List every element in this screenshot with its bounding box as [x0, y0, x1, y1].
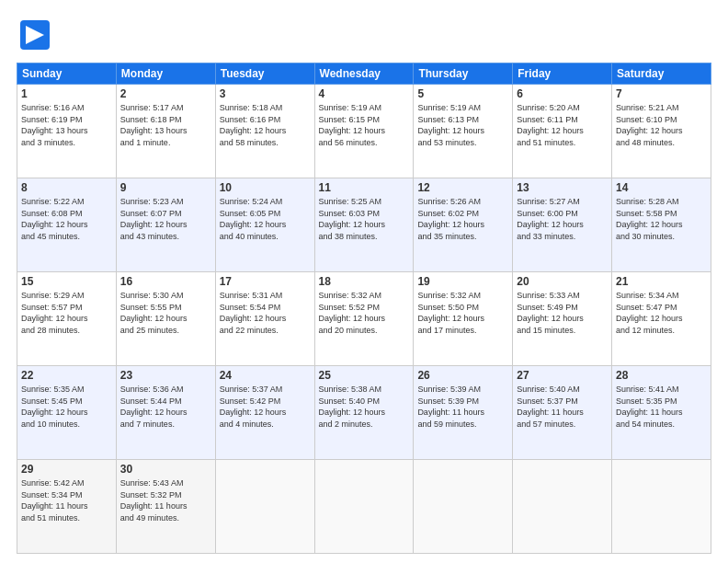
day-number: 1 — [21, 87, 112, 100]
week-row-5: 29Sunrise: 5:42 AM Sunset: 5:34 PM Dayli… — [17, 460, 711, 554]
day-info: Sunrise: 5:39 AM Sunset: 5:39 PM Dayligh… — [417, 384, 508, 430]
calendar-cell: 25Sunrise: 5:38 AM Sunset: 5:40 PM Dayli… — [314, 366, 414, 460]
day-info: Sunrise: 5:43 AM Sunset: 5:32 PM Dayligh… — [120, 477, 211, 523]
weekday-header-friday: Friday — [513, 63, 612, 85]
day-info: Sunrise: 5:27 AM Sunset: 6:00 PM Dayligh… — [517, 196, 608, 242]
calendar-cell: 29Sunrise: 5:42 AM Sunset: 5:34 PM Dayli… — [17, 460, 117, 554]
weekday-header-sunday: Sunday — [17, 63, 117, 85]
calendar-cell: 1Sunrise: 5:16 AM Sunset: 6:19 PM Daylig… — [17, 85, 117, 178]
day-number: 9 — [120, 181, 211, 194]
calendar-cell: 26Sunrise: 5:39 AM Sunset: 5:39 PM Dayli… — [414, 366, 513, 460]
weekday-header-wednesday: Wednesday — [314, 63, 414, 85]
weekday-header-thursday: Thursday — [414, 63, 513, 85]
day-number: 4 — [319, 87, 410, 100]
calendar-cell — [314, 460, 414, 554]
day-info: Sunrise: 5:21 AM Sunset: 6:10 PM Dayligh… — [616, 102, 707, 148]
day-info: Sunrise: 5:23 AM Sunset: 6:07 PM Dayligh… — [120, 196, 211, 242]
calendar-cell: 9Sunrise: 5:23 AM Sunset: 6:07 PM Daylig… — [116, 178, 215, 272]
calendar-cell — [513, 460, 612, 554]
day-number: 8 — [21, 181, 112, 194]
day-info: Sunrise: 5:16 AM Sunset: 6:19 PM Dayligh… — [21, 102, 112, 148]
calendar-cell — [612, 460, 711, 554]
calendar-table: SundayMondayTuesdayWednesdayThursdayFrid… — [17, 63, 711, 554]
calendar-cell: 4Sunrise: 5:19 AM Sunset: 6:15 PM Daylig… — [314, 85, 414, 178]
day-info: Sunrise: 5:19 AM Sunset: 6:15 PM Dayligh… — [319, 102, 410, 148]
calendar-cell: 24Sunrise: 5:37 AM Sunset: 5:42 PM Dayli… — [215, 366, 314, 460]
day-number: 26 — [417, 369, 508, 382]
logo — [17, 17, 57, 53]
logo-icon — [17, 17, 53, 53]
calendar-cell: 7Sunrise: 5:21 AM Sunset: 6:10 PM Daylig… — [612, 85, 711, 178]
day-info: Sunrise: 5:37 AM Sunset: 5:42 PM Dayligh… — [220, 384, 311, 430]
calendar-cell — [414, 460, 513, 554]
calendar-cell — [215, 460, 314, 554]
day-number: 22 — [21, 369, 112, 382]
day-number: 11 — [319, 181, 410, 194]
day-info: Sunrise: 5:28 AM Sunset: 5:58 PM Dayligh… — [616, 196, 707, 242]
weekday-header-saturday: Saturday — [612, 63, 711, 85]
calendar-cell: 14Sunrise: 5:28 AM Sunset: 5:58 PM Dayli… — [612, 178, 711, 272]
weekday-header-monday: Monday — [116, 63, 215, 85]
calendar-cell: 28Sunrise: 5:41 AM Sunset: 5:35 PM Dayli… — [612, 366, 711, 460]
day-number: 16 — [120, 275, 211, 288]
day-number: 3 — [220, 87, 311, 100]
weekday-header-row: SundayMondayTuesdayWednesdayThursdayFrid… — [17, 63, 711, 85]
day-info: Sunrise: 5:36 AM Sunset: 5:44 PM Dayligh… — [120, 384, 211, 430]
day-number: 6 — [517, 87, 608, 100]
calendar-cell: 22Sunrise: 5:35 AM Sunset: 5:45 PM Dayli… — [17, 366, 117, 460]
day-info: Sunrise: 5:40 AM Sunset: 5:37 PM Dayligh… — [517, 384, 608, 430]
calendar-cell: 27Sunrise: 5:40 AM Sunset: 5:37 PM Dayli… — [513, 366, 612, 460]
day-info: Sunrise: 5:29 AM Sunset: 5:57 PM Dayligh… — [21, 290, 112, 336]
calendar-cell: 10Sunrise: 5:24 AM Sunset: 6:05 PM Dayli… — [215, 178, 314, 272]
calendar-cell: 3Sunrise: 5:18 AM Sunset: 6:16 PM Daylig… — [215, 85, 314, 178]
day-info: Sunrise: 5:31 AM Sunset: 5:54 PM Dayligh… — [220, 290, 311, 336]
day-number: 24 — [220, 369, 311, 382]
day-info: Sunrise: 5:32 AM Sunset: 5:50 PM Dayligh… — [417, 290, 508, 336]
day-number: 5 — [417, 87, 508, 100]
calendar-cell: 16Sunrise: 5:30 AM Sunset: 5:55 PM Dayli… — [116, 272, 215, 366]
day-number: 17 — [220, 275, 311, 288]
day-info: Sunrise: 5:25 AM Sunset: 6:03 PM Dayligh… — [319, 196, 410, 242]
day-number: 10 — [220, 181, 311, 194]
day-number: 21 — [616, 275, 707, 288]
calendar-cell: 18Sunrise: 5:32 AM Sunset: 5:52 PM Dayli… — [314, 272, 414, 366]
day-info: Sunrise: 5:20 AM Sunset: 6:11 PM Dayligh… — [517, 102, 608, 148]
day-number: 15 — [21, 275, 112, 288]
day-info: Sunrise: 5:41 AM Sunset: 5:35 PM Dayligh… — [616, 384, 707, 430]
calendar-cell: 20Sunrise: 5:33 AM Sunset: 5:49 PM Dayli… — [513, 272, 612, 366]
weekday-header-tuesday: Tuesday — [215, 63, 314, 85]
day-number: 14 — [616, 181, 707, 194]
day-number: 20 — [517, 275, 608, 288]
calendar-cell: 30Sunrise: 5:43 AM Sunset: 5:32 PM Dayli… — [116, 460, 215, 554]
week-row-2: 8Sunrise: 5:22 AM Sunset: 6:08 PM Daylig… — [17, 178, 711, 272]
calendar-cell: 13Sunrise: 5:27 AM Sunset: 6:00 PM Dayli… — [513, 178, 612, 272]
day-info: Sunrise: 5:33 AM Sunset: 5:49 PM Dayligh… — [517, 290, 608, 336]
calendar-cell: 8Sunrise: 5:22 AM Sunset: 6:08 PM Daylig… — [17, 178, 117, 272]
calendar-cell: 12Sunrise: 5:26 AM Sunset: 6:02 PM Dayli… — [414, 178, 513, 272]
day-number: 30 — [120, 463, 211, 476]
day-number: 18 — [319, 275, 410, 288]
page: SundayMondayTuesdayWednesdayThursdayFrid… — [0, 0, 728, 563]
day-number: 29 — [21, 463, 112, 476]
day-number: 7 — [616, 87, 707, 100]
day-number: 23 — [120, 369, 211, 382]
week-row-1: 1Sunrise: 5:16 AM Sunset: 6:19 PM Daylig… — [17, 85, 711, 178]
calendar-cell: 15Sunrise: 5:29 AM Sunset: 5:57 PM Dayli… — [17, 272, 117, 366]
day-number: 25 — [319, 369, 410, 382]
day-number: 12 — [417, 181, 508, 194]
day-number: 19 — [417, 275, 508, 288]
calendar-cell: 17Sunrise: 5:31 AM Sunset: 5:54 PM Dayli… — [215, 272, 314, 366]
calendar-cell: 2Sunrise: 5:17 AM Sunset: 6:18 PM Daylig… — [116, 85, 215, 178]
day-number: 27 — [517, 369, 608, 382]
day-number: 2 — [120, 87, 211, 100]
calendar-cell: 21Sunrise: 5:34 AM Sunset: 5:47 PM Dayli… — [612, 272, 711, 366]
header — [17, 17, 711, 53]
day-info: Sunrise: 5:17 AM Sunset: 6:18 PM Dayligh… — [120, 102, 211, 148]
calendar-cell: 19Sunrise: 5:32 AM Sunset: 5:50 PM Dayli… — [414, 272, 513, 366]
day-info: Sunrise: 5:35 AM Sunset: 5:45 PM Dayligh… — [21, 384, 112, 430]
day-info: Sunrise: 5:22 AM Sunset: 6:08 PM Dayligh… — [21, 196, 112, 242]
week-row-4: 22Sunrise: 5:35 AM Sunset: 5:45 PM Dayli… — [17, 366, 711, 460]
day-info: Sunrise: 5:19 AM Sunset: 6:13 PM Dayligh… — [417, 102, 508, 148]
day-info: Sunrise: 5:34 AM Sunset: 5:47 PM Dayligh… — [616, 290, 707, 336]
day-number: 28 — [616, 369, 707, 382]
